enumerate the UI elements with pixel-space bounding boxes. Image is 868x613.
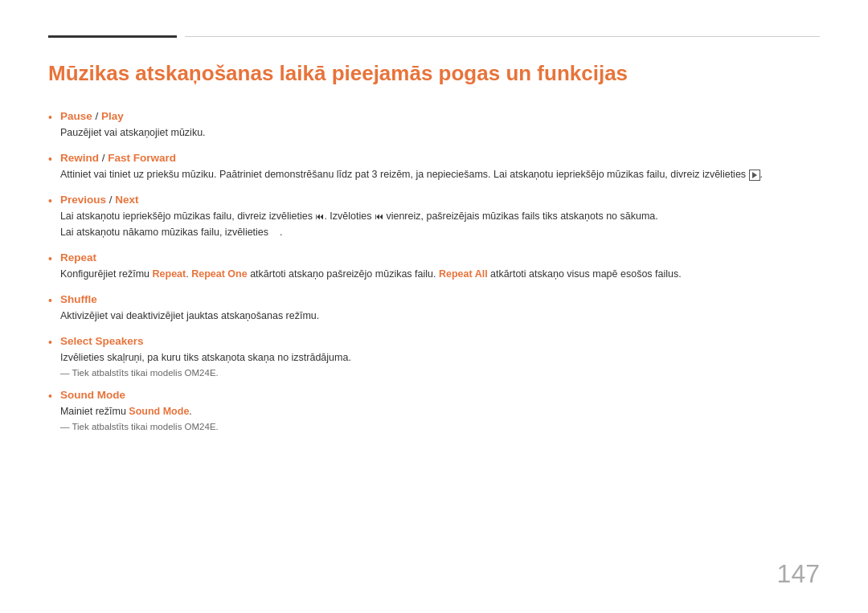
- bullet-content-rewind: Rewind / Fast Forward Attiniet vai tinie…: [60, 152, 820, 182]
- page-number: 147: [777, 559, 820, 589]
- bullet-dot: •: [48, 390, 52, 403]
- rewind-icon-2: ⏮: [375, 211, 383, 221]
- label-sound-mode: Sound Mode: [60, 389, 125, 401]
- bullet-body-repeat: Konfigurējiet režīmu Repeat. Repeat One …: [60, 266, 820, 282]
- list-item: • Shuffle Aktivizējiet vai deaktivizējie…: [48, 293, 820, 324]
- label-repeat-all: Repeat All: [439, 268, 488, 280]
- bullet-dot: •: [48, 111, 52, 124]
- bullet-body-previous-next: Lai atskaņotu iepriekšējo mūzikas failu,…: [60, 208, 820, 240]
- bullet-content-pause-play: Pause / Play Pauzējiet vai atskaņojiet m…: [60, 110, 820, 141]
- bullet-header-repeat: Repeat: [60, 251, 820, 264]
- content-area: Mūzikas atskaņošanas laikā pieejamās pog…: [0, 38, 868, 613]
- label-next: Next: [115, 194, 138, 206]
- bullet-body-select-speakers: Izvēlieties skaļruņi, pa kuru tiks atska…: [60, 349, 820, 366]
- play-triangle-icon: [752, 172, 757, 178]
- bullet-body-sound-mode: Mainiet režīmu Sound Mode.: [60, 403, 820, 419]
- label-pause: Pause: [60, 110, 92, 122]
- bullet-content-repeat: Repeat Konfigurējiet režīmu Repeat. Repe…: [60, 251, 820, 282]
- bullet-header-select-speakers: Select Speakers: [60, 335, 820, 347]
- label-fast-forward: Fast Forward: [108, 152, 176, 164]
- label-repeat-inline: Repeat: [153, 268, 186, 280]
- bullet-dot: •: [48, 336, 52, 349]
- page-title: Mūzikas atskaņošanas laikā pieejamās pog…: [48, 60, 820, 88]
- list-item: • Repeat Konfigurējiet režīmu Repeat. Re…: [48, 251, 820, 282]
- label-rewind: Rewind: [60, 152, 99, 164]
- bullet-body-pause-play: Pauzējiet vai atskaņojiet mūziku.: [60, 125, 820, 141]
- list-item: • Sound Mode Mainiet režīmu Sound Mode. …: [48, 389, 820, 431]
- bullet-content-sound-mode: Sound Mode Mainiet režīmu Sound Mode. Ti…: [60, 389, 820, 431]
- bullet-dot: •: [48, 153, 52, 166]
- bullet-header-previous-next: Previous / Next: [60, 194, 820, 206]
- list-item: • Rewind / Fast Forward Attiniet vai tin…: [48, 152, 820, 182]
- label-sound-mode-inline: Sound Mode: [129, 406, 189, 417]
- bullet-header-sound-mode: Sound Mode: [60, 389, 820, 401]
- label-select-speakers: Select Speakers: [60, 335, 144, 347]
- list-item: • Pause / Play Pauzējiet vai atskaņojiet…: [48, 110, 820, 141]
- bullet-body-shuffle: Aktivizējiet vai deaktivizējiet jauktas …: [60, 308, 820, 324]
- label-repeat-one: Repeat One: [191, 268, 247, 280]
- bullet-header-shuffle: Shuffle: [60, 293, 820, 305]
- bullet-content-shuffle: Shuffle Aktivizējiet vai deaktivizējiet …: [60, 293, 820, 324]
- bullet-header-pause-play: Pause / Play: [60, 110, 820, 122]
- top-bar-right-line: [185, 36, 820, 37]
- label-shuffle: Shuffle: [60, 293, 97, 305]
- footnote-select-speakers: Tiek atbalstīts tikai modelis OM24E.: [60, 368, 820, 378]
- bullet-dot: •: [48, 294, 52, 307]
- bullet-list: • Pause / Play Pauzējiet vai atskaņojiet…: [48, 110, 820, 431]
- label-play: Play: [101, 110, 124, 122]
- page-container: Mūzikas atskaņošanas laikā pieejamās pog…: [0, 0, 868, 613]
- bullet-content-select-speakers: Select Speakers Izvēlieties skaļruņi, pa…: [60, 335, 820, 378]
- top-bar: [0, 0, 868, 38]
- bullet-header-rewind: Rewind / Fast Forward: [60, 152, 820, 164]
- list-item: • Previous / Next Lai atskaņotu iepriekš…: [48, 194, 820, 240]
- play-button-icon: [749, 170, 760, 181]
- label-repeat: Repeat: [60, 251, 96, 264]
- bullet-content-previous-next: Previous / Next Lai atskaņotu iepriekšēj…: [60, 194, 820, 240]
- bullet-dot: •: [48, 194, 52, 207]
- bullet-dot: •: [48, 252, 52, 265]
- label-previous: Previous: [60, 194, 106, 206]
- bullet-body-rewind: Attiniet vai tiniet uz priekšu mūziku. P…: [60, 166, 820, 182]
- footnote-sound-mode: Tiek atbalstīts tikai modelis OM24E.: [60, 422, 820, 431]
- list-item: • Select Speakers Izvēlieties skaļruņi, …: [48, 335, 820, 378]
- rewind-icon: ⏮: [315, 211, 324, 221]
